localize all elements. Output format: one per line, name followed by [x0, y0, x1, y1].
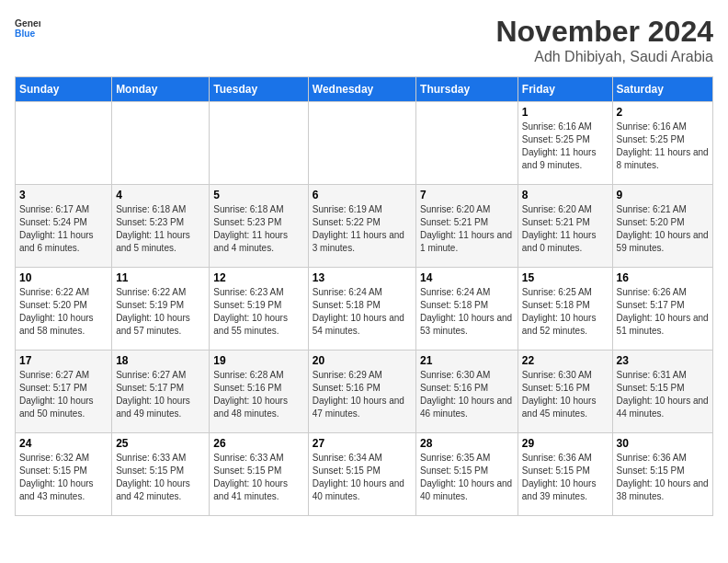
- calendar-cell: 5Sunrise: 6:18 AM Sunset: 5:23 PM Daylig…: [210, 185, 308, 268]
- day-number: 12: [213, 271, 303, 284]
- title-area: November 2024 Adh Dhibiyah, Saudi Arabia: [495, 15, 713, 65]
- calendar-week-row: 10Sunrise: 6:22 AM Sunset: 5:20 PM Dayli…: [16, 268, 713, 350]
- day-number: 20: [313, 354, 412, 367]
- calendar-cell: 30Sunrise: 6:36 AM Sunset: 5:15 PM Dayli…: [612, 433, 712, 516]
- day-header-wednesday: Wednesday: [308, 77, 415, 102]
- calendar-cell: [16, 102, 112, 185]
- calendar-cell: 2Sunrise: 6:16 AM Sunset: 5:25 PM Daylig…: [612, 102, 712, 185]
- day-header-tuesday: Tuesday: [210, 77, 308, 102]
- calendar-cell: 13Sunrise: 6:24 AM Sunset: 5:18 PM Dayli…: [308, 268, 415, 350]
- calendar-cell: 9Sunrise: 6:21 AM Sunset: 5:20 PM Daylig…: [612, 185, 712, 268]
- day-info: Sunrise: 6:17 AM Sunset: 5:24 PM Dayligh…: [19, 203, 108, 255]
- calendar-cell: 21Sunrise: 6:30 AM Sunset: 5:16 PM Dayli…: [416, 350, 518, 433]
- calendar-cell: 15Sunrise: 6:25 AM Sunset: 5:18 PM Dayli…: [518, 268, 612, 350]
- day-number: 26: [213, 437, 303, 450]
- calendar-cell: 19Sunrise: 6:28 AM Sunset: 5:16 PM Dayli…: [210, 350, 308, 433]
- day-info: Sunrise: 6:23 AM Sunset: 5:19 PM Dayligh…: [213, 286, 303, 338]
- calendar-cell: 3Sunrise: 6:17 AM Sunset: 5:24 PM Daylig…: [16, 185, 112, 268]
- logo: General Blue: [15, 15, 40, 40]
- day-number: 4: [116, 189, 205, 201]
- calendar-cell: 16Sunrise: 6:26 AM Sunset: 5:17 PM Dayli…: [612, 268, 712, 350]
- day-info: Sunrise: 6:35 AM Sunset: 5:15 PM Dayligh…: [420, 452, 514, 503]
- day-info: Sunrise: 6:22 AM Sunset: 5:20 PM Dayligh…: [19, 286, 108, 338]
- day-number: 5: [213, 189, 303, 201]
- day-number: 15: [522, 271, 609, 284]
- day-info: Sunrise: 6:20 AM Sunset: 5:21 PM Dayligh…: [420, 203, 514, 255]
- day-number: 19: [213, 354, 303, 367]
- header: General Blue November 2024 Adh Dhibiyah,…: [15, 15, 713, 65]
- day-info: Sunrise: 6:29 AM Sunset: 5:16 PM Dayligh…: [313, 369, 412, 420]
- day-info: Sunrise: 6:27 AM Sunset: 5:17 PM Dayligh…: [116, 369, 205, 420]
- calendar-week-row: 17Sunrise: 6:27 AM Sunset: 5:17 PM Dayli…: [16, 350, 713, 433]
- day-number: 28: [420, 437, 514, 450]
- day-number: 18: [116, 354, 205, 367]
- day-header-saturday: Saturday: [612, 77, 712, 102]
- day-info: Sunrise: 6:33 AM Sunset: 5:15 PM Dayligh…: [213, 452, 303, 503]
- day-info: Sunrise: 6:19 AM Sunset: 5:22 PM Dayligh…: [313, 203, 412, 255]
- day-header-monday: Monday: [112, 77, 210, 102]
- day-number: 14: [420, 271, 514, 284]
- calendar-cell: 22Sunrise: 6:30 AM Sunset: 5:16 PM Dayli…: [518, 350, 612, 433]
- calendar-cell: 14Sunrise: 6:24 AM Sunset: 5:18 PM Dayli…: [416, 268, 518, 350]
- day-info: Sunrise: 6:32 AM Sunset: 5:15 PM Dayligh…: [19, 452, 108, 503]
- svg-text:Blue: Blue: [15, 29, 36, 39]
- calendar-cell: [210, 102, 308, 185]
- day-number: 9: [617, 189, 709, 201]
- day-info: Sunrise: 6:16 AM Sunset: 5:25 PM Dayligh…: [522, 121, 609, 172]
- calendar-cell: 23Sunrise: 6:31 AM Sunset: 5:15 PM Dayli…: [612, 350, 712, 433]
- day-number: 11: [116, 271, 205, 284]
- day-number: 6: [313, 189, 412, 201]
- day-number: 16: [617, 271, 709, 284]
- calendar-cell: 17Sunrise: 6:27 AM Sunset: 5:17 PM Dayli…: [16, 350, 112, 433]
- day-number: 1: [522, 106, 609, 119]
- day-info: Sunrise: 6:33 AM Sunset: 5:15 PM Dayligh…: [116, 452, 205, 503]
- day-info: Sunrise: 6:27 AM Sunset: 5:17 PM Dayligh…: [19, 369, 108, 420]
- calendar-header-row: SundayMondayTuesdayWednesdayThursdayFrid…: [16, 77, 713, 102]
- day-info: Sunrise: 6:21 AM Sunset: 5:20 PM Dayligh…: [617, 203, 709, 255]
- day-number: 30: [617, 437, 709, 450]
- calendar-cell: 29Sunrise: 6:36 AM Sunset: 5:15 PM Dayli…: [518, 433, 612, 516]
- logo-icon: General Blue: [15, 15, 40, 40]
- calendar-cell: [416, 102, 518, 185]
- calendar-cell: 7Sunrise: 6:20 AM Sunset: 5:21 PM Daylig…: [416, 185, 518, 268]
- day-number: 3: [19, 189, 108, 201]
- day-number: 27: [313, 437, 412, 450]
- day-info: Sunrise: 6:24 AM Sunset: 5:18 PM Dayligh…: [313, 286, 412, 338]
- calendar-subtitle: Adh Dhibiyah, Saudi Arabia: [495, 49, 713, 65]
- day-number: 29: [522, 437, 609, 450]
- calendar-week-row: 3Sunrise: 6:17 AM Sunset: 5:24 PM Daylig…: [16, 185, 713, 268]
- calendar-cell: 12Sunrise: 6:23 AM Sunset: 5:19 PM Dayli…: [210, 268, 308, 350]
- calendar-title: November 2024: [495, 15, 713, 49]
- calendar-table: SundayMondayTuesdayWednesdayThursdayFrid…: [15, 76, 713, 516]
- day-header-thursday: Thursday: [416, 77, 518, 102]
- calendar-cell: [308, 102, 415, 185]
- day-number: 13: [313, 271, 412, 284]
- day-header-friday: Friday: [518, 77, 612, 102]
- day-number: 17: [19, 354, 108, 367]
- day-number: 10: [19, 271, 108, 284]
- calendar-cell: 11Sunrise: 6:22 AM Sunset: 5:19 PM Dayli…: [112, 268, 210, 350]
- day-number: 24: [19, 437, 108, 450]
- calendar-cell: 27Sunrise: 6:34 AM Sunset: 5:15 PM Dayli…: [308, 433, 415, 516]
- day-info: Sunrise: 6:30 AM Sunset: 5:16 PM Dayligh…: [420, 369, 514, 420]
- day-info: Sunrise: 6:36 AM Sunset: 5:15 PM Dayligh…: [617, 452, 709, 503]
- calendar-cell: 1Sunrise: 6:16 AM Sunset: 5:25 PM Daylig…: [518, 102, 612, 185]
- calendar-cell: 10Sunrise: 6:22 AM Sunset: 5:20 PM Dayli…: [16, 268, 112, 350]
- day-number: 23: [617, 354, 709, 367]
- calendar-cell: 18Sunrise: 6:27 AM Sunset: 5:17 PM Dayli…: [112, 350, 210, 433]
- calendar-week-row: 24Sunrise: 6:32 AM Sunset: 5:15 PM Dayli…: [16, 433, 713, 516]
- calendar-cell: 8Sunrise: 6:20 AM Sunset: 5:21 PM Daylig…: [518, 185, 612, 268]
- day-info: Sunrise: 6:36 AM Sunset: 5:15 PM Dayligh…: [522, 452, 609, 503]
- day-header-sunday: Sunday: [16, 77, 112, 102]
- day-info: Sunrise: 6:30 AM Sunset: 5:16 PM Dayligh…: [522, 369, 609, 420]
- day-info: Sunrise: 6:22 AM Sunset: 5:19 PM Dayligh…: [116, 286, 205, 338]
- day-info: Sunrise: 6:28 AM Sunset: 5:16 PM Dayligh…: [213, 369, 303, 420]
- day-info: Sunrise: 6:24 AM Sunset: 5:18 PM Dayligh…: [420, 286, 514, 338]
- calendar-cell: 4Sunrise: 6:18 AM Sunset: 5:23 PM Daylig…: [112, 185, 210, 268]
- day-number: 7: [420, 189, 514, 201]
- day-number: 8: [522, 189, 609, 201]
- day-number: 22: [522, 354, 609, 367]
- day-info: Sunrise: 6:18 AM Sunset: 5:23 PM Dayligh…: [116, 203, 205, 255]
- day-number: 2: [617, 106, 709, 119]
- calendar-cell: 24Sunrise: 6:32 AM Sunset: 5:15 PM Dayli…: [16, 433, 112, 516]
